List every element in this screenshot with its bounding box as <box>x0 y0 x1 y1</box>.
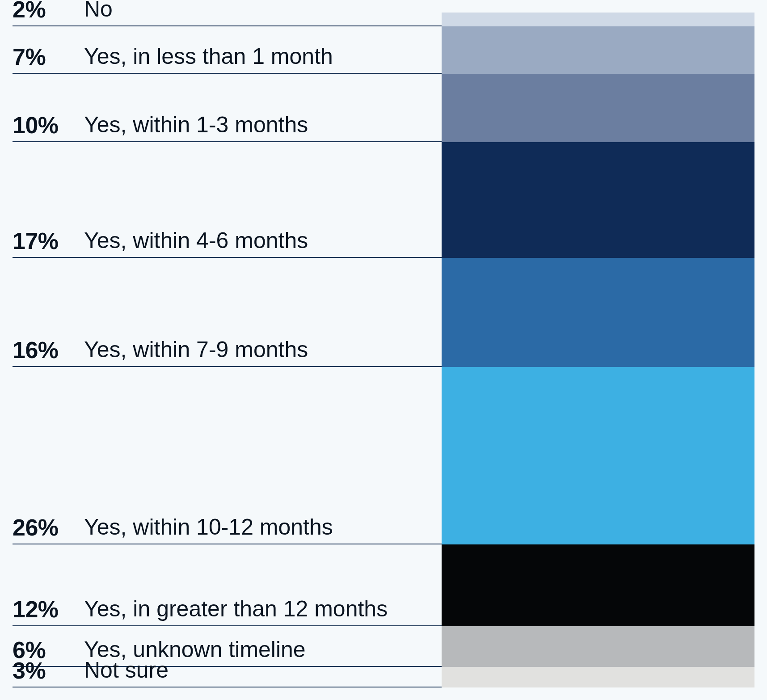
value-label: Yes, in less than 1 month <box>84 43 333 69</box>
value-label: Not sure <box>84 657 169 683</box>
chart-row: 26%Yes, within 10-12 months <box>13 367 754 544</box>
value-percent: 16% <box>13 337 80 363</box>
value-label: Yes, within 7-9 months <box>84 337 308 363</box>
value-percent: 17% <box>13 228 80 254</box>
chart-row: 7%Yes, in less than 1 month <box>13 26 754 74</box>
value-label: No <box>84 0 113 22</box>
stacked-bar-chart: 2%No7%Yes, in less than 1 month10%Yes, w… <box>13 13 754 687</box>
value-label: Yes, within 10-12 months <box>84 514 333 540</box>
leader-line <box>13 687 442 687</box>
chart-row: 3%Not sure <box>13 667 754 687</box>
value-percent: 2% <box>13 0 80 23</box>
value-percent: 26% <box>13 514 80 541</box>
chart-row: 2%No <box>13 13 754 26</box>
value-percent: 7% <box>13 43 80 70</box>
chart-row: 10%Yes, within 1-3 months <box>13 74 754 142</box>
value-percent: 3% <box>13 657 80 684</box>
value-percent: 10% <box>13 112 80 139</box>
value-label: Yes, within 1-3 months <box>84 112 308 138</box>
chart-row: 17%Yes, within 4-6 months <box>13 142 754 258</box>
value-label: Yes, in greater than 12 months <box>84 596 388 622</box>
value-percent: 12% <box>13 596 80 623</box>
value-label: Yes, within 4-6 months <box>84 228 308 253</box>
chart-row: 16%Yes, within 7-9 months <box>13 258 754 367</box>
chart-row: 12%Yes, in greater than 12 months <box>13 544 754 626</box>
